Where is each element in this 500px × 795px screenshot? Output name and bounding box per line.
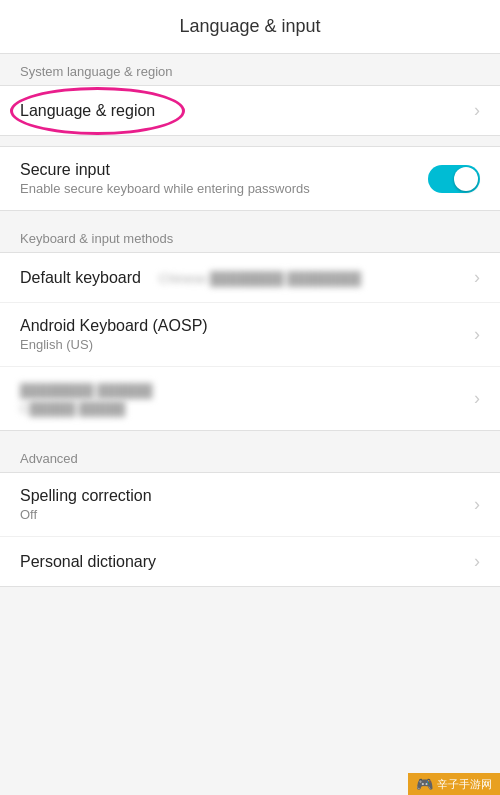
android-keyboard-subtitle: English (US): [20, 337, 464, 352]
watermark-text: 辛子手游网: [437, 777, 492, 792]
section-label-system: System language & region: [0, 54, 500, 85]
watermark-icon: 🎮: [416, 776, 433, 792]
language-region-item[interactable]: Language & region ›: [0, 86, 500, 135]
chevron-icon: ›: [474, 388, 480, 409]
chevron-icon: ›: [474, 494, 480, 515]
gap3: [0, 431, 500, 441]
secure-input-toggle[interactable]: [428, 165, 480, 193]
section-label-keyboard: Keyboard & input methods: [0, 221, 500, 252]
secure-input-content: Secure input Enable secure keyboard whil…: [20, 161, 428, 196]
group-advanced: Spelling correction Off › Personal dicti…: [0, 472, 500, 587]
android-keyboard-title: Android Keyboard (AOSP): [20, 317, 464, 335]
page-header: Language & input: [0, 0, 500, 54]
group-language: Language & region ›: [0, 85, 500, 136]
language-region-content: Language & region: [20, 102, 464, 120]
chevron-icon: ›: [474, 267, 480, 288]
page-container: Language & input System language & regio…: [0, 0, 500, 587]
chevron-icon: ›: [474, 100, 480, 121]
personal-dictionary-title: Personal dictionary: [20, 553, 464, 571]
gap1: [0, 136, 500, 146]
section-label-advanced: Advanced: [0, 441, 500, 472]
blurred-subtitle-text: C█████ █████: [20, 401, 125, 416]
blurred-title-text: ████████ ██████: [20, 383, 153, 398]
default-keyboard-item[interactable]: Default keyboard Chinese ████████ ██████…: [0, 253, 500, 303]
blurred-keyboard-content: ████████ ██████ C█████ █████: [20, 381, 464, 416]
secure-input-subtitle: Enable secure keyboard while entering pa…: [20, 181, 428, 196]
blurred-keyboard-subtitle: C█████ █████: [20, 401, 464, 416]
page-title: Language & input: [179, 16, 320, 36]
android-keyboard-item[interactable]: Android Keyboard (AOSP) English (US) ›: [0, 303, 500, 367]
blurred-keyboard-item[interactable]: ████████ ██████ C█████ █████ ›: [0, 367, 500, 430]
secure-input-title: Secure input: [20, 161, 428, 179]
group-keyboard: Default keyboard Chinese ████████ ██████…: [0, 252, 500, 431]
blurred-keyboard-title: ████████ ██████: [20, 381, 464, 399]
spelling-correction-subtitle: Off: [20, 507, 464, 522]
android-keyboard-content: Android Keyboard (AOSP) English (US): [20, 317, 464, 352]
secure-input-item[interactable]: Secure input Enable secure keyboard whil…: [0, 147, 500, 210]
chevron-icon: ›: [474, 551, 480, 572]
default-keyboard-title: Default keyboard Chinese ████████ ██████…: [20, 269, 464, 287]
default-keyboard-value: Chinese ████████ ████████: [159, 271, 361, 286]
group-secure: Secure input Enable secure keyboard whil…: [0, 146, 500, 211]
spelling-correction-item[interactable]: Spelling correction Off ›: [0, 473, 500, 537]
watermark: 🎮 辛子手游网: [408, 773, 500, 795]
chevron-icon: ›: [474, 324, 480, 345]
personal-dictionary-content: Personal dictionary: [20, 553, 464, 571]
language-region-title: Language & region: [20, 102, 464, 120]
personal-dictionary-item[interactable]: Personal dictionary ›: [0, 537, 500, 586]
default-keyboard-content: Default keyboard Chinese ████████ ██████…: [20, 269, 464, 287]
gap2: [0, 211, 500, 221]
spelling-correction-content: Spelling correction Off: [20, 487, 464, 522]
spelling-correction-title: Spelling correction: [20, 487, 464, 505]
